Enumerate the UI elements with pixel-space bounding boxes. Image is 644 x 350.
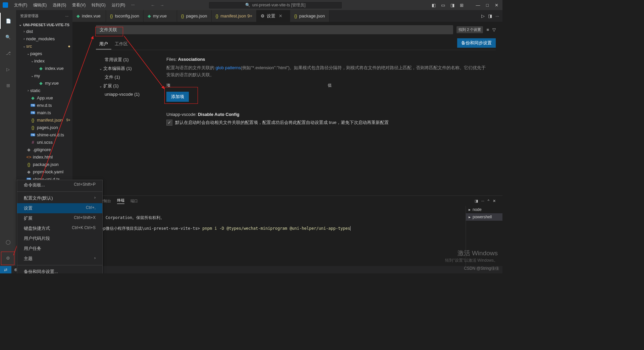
settings-search-input[interactable] <box>96 25 453 34</box>
context-menu-item[interactable]: 配置文件(默认)› <box>17 193 102 203</box>
tree-item[interactable]: ›static <box>16 87 72 94</box>
context-menu-item[interactable]: 用户任务 <box>17 244 102 254</box>
tree-item[interactable]: ◆.gitignore <box>16 146 72 153</box>
scope-tab-user[interactable]: 用户 <box>96 39 111 49</box>
gear-icon[interactable]: ⚙ <box>0 250 16 266</box>
menu-item[interactable]: ··· <box>128 1 137 9</box>
settings-toc-item[interactable]: uniapp-vscode (1) <box>96 90 160 98</box>
tree-item[interactable]: {}manifest.json9+ <box>16 116 72 124</box>
panel-tab-ports[interactable]: 端口 <box>130 199 138 204</box>
terminal-session-node[interactable]: ▸node <box>466 206 502 213</box>
menu-item[interactable]: 运行(R) <box>109 1 128 9</box>
context-menu-item[interactable]: 主题› <box>17 254 102 264</box>
nav-forward-icon[interactable]: → <box>160 3 164 8</box>
settings-toc-item[interactable]: 常用设置 (1) <box>96 55 160 64</box>
window-maximize-icon[interactable]: □ <box>484 3 490 8</box>
editor-tab[interactable]: {}tsconfig.json <box>106 10 144 22</box>
scope-tab-workspace[interactable]: 工作区 <box>111 39 131 49</box>
settings-editor: 找到 2 个设置 ≡ ▽ 用户 工作区 备份和同步设置 常用设置 (1)⌄文本编… <box>72 22 502 195</box>
tree-item[interactable]: {}package.json <box>16 161 72 168</box>
editor-tabs: ◆index.vue{}tsconfig.json◆my.vue{}pages.… <box>72 10 502 22</box>
filter-icon[interactable]: ▽ <box>492 27 496 32</box>
vscode-logo-icon <box>3 2 8 8</box>
tree-item[interactable]: ›dist <box>16 28 72 35</box>
editor-tab[interactable]: ◆index.vue <box>72 10 106 22</box>
menu-item[interactable]: 转到(G) <box>89 1 108 9</box>
editor-tab[interactable]: {}manifest.json 9+ <box>212 10 257 22</box>
settings-detail: Files: Associations 配置与语言的文件关联的 glob pat… <box>160 53 496 195</box>
editor-tab[interactable]: ⚙设置✕ <box>257 10 290 22</box>
settings-toc-item[interactable]: 文件 (1) <box>96 73 160 82</box>
close-icon[interactable]: ✕ <box>279 13 282 18</box>
tree-item[interactable]: ◆App.vue <box>16 94 72 101</box>
settings-toc-item[interactable]: ⌄文本编辑器 (1) <box>96 64 160 73</box>
layout-grid-icon[interactable]: ⊞ <box>459 3 465 8</box>
tree-item[interactable]: <>index.html <box>16 153 72 161</box>
extensions-icon[interactable]: ⊞ <box>0 77 16 93</box>
split-icon[interactable]: ◨ <box>488 13 492 18</box>
tree-item[interactable]: {}pages.json <box>16 124 72 131</box>
panel-tab-terminal[interactable]: 终端 <box>117 198 124 204</box>
list-icon[interactable]: ≡ <box>486 27 489 32</box>
context-menu-item[interactable]: 键盘快捷方式Ctrl+K Ctrl+S <box>17 223 102 233</box>
layout-side-icon[interactable]: ◧ <box>431 3 437 8</box>
add-item-button[interactable]: 添加项 <box>166 92 189 102</box>
search-text: uni-preset-vue-vite-ts [管理员] <box>252 2 306 8</box>
panel-tabs: 输出 调试控制台 终端 端口 ◨ ··· ^ ✕ <box>72 196 502 206</box>
menu-item[interactable]: 选择(S) <box>50 1 69 9</box>
source-control-icon[interactable]: ⎇ <box>0 45 16 61</box>
context-menu-item[interactable]: 备份和同步设置... <box>17 267 102 273</box>
tree-item[interactable]: ⌄pages <box>16 50 72 57</box>
split-terminal-icon[interactable]: ◨ <box>475 199 478 203</box>
menu-item[interactable]: 查看(V) <box>69 1 88 9</box>
context-menu-item[interactable]: 扩展Ctrl+Shift+X <box>17 213 102 223</box>
tree-item[interactable]: ◆pnpm-lock.yaml <box>16 168 72 175</box>
tree-item[interactable]: ◆index.vue <box>16 64 72 72</box>
nav-back-icon[interactable]: ← <box>151 3 155 8</box>
tree-item[interactable]: TSenv.d.ts <box>16 101 72 109</box>
tree-item[interactable]: ⌄index <box>16 57 72 64</box>
terminal-session-powershell[interactable]: ▸powershell <box>466 213 502 221</box>
context-menu-item[interactable]: 命令面板...Ctrl+Shift+P <box>17 180 102 190</box>
tree-item[interactable]: ›node_modules <box>16 35 72 42</box>
settings-toc: 常用设置 (1)⌄文本编辑器 (1)文件 (1)⌄扩展 (1)uniapp-vs… <box>96 53 160 195</box>
run-icon[interactable]: ▷ <box>481 13 485 18</box>
layout-side-right-icon[interactable]: ◨ <box>449 3 455 8</box>
editor-tab[interactable]: {}pages.json <box>177 10 212 22</box>
command-center-search[interactable]: 🔍 uni-preset-vue-vite-ts [管理员] <box>208 1 342 9</box>
chevron-up-icon[interactable]: ^ <box>488 199 489 203</box>
tree-item[interactable]: ⌄src● <box>16 42 72 50</box>
context-menu-item[interactable]: 用户代码片段 <box>17 233 102 244</box>
editor-tab[interactable]: ◆my.vue <box>144 10 177 22</box>
windows-watermark: 激活 Windows 转到"设置"以激活 Windows。 <box>445 249 498 263</box>
checkbox[interactable]: ✓ <box>166 120 172 126</box>
tree-item[interactable]: TSmain.ts <box>16 109 72 116</box>
editor-tab[interactable]: {}package.json <box>290 10 329 22</box>
more-icon[interactable]: ··· <box>481 199 484 203</box>
tree-item[interactable]: TSshime-uni.d.ts <box>16 131 72 138</box>
remote-icon[interactable]: ⇄ <box>0 266 11 273</box>
tree-item[interactable]: #uni.scss <box>16 138 72 146</box>
setting-desc-text: 默认在启动时会自动相关文件关联的配置项，配置成功后会将此配置自动设置成 true… <box>175 120 389 126</box>
menu-item[interactable]: 编辑(E) <box>31 1 49 9</box>
glob-patterns-link[interactable]: glob patterns <box>216 65 241 70</box>
close-panel-icon[interactable]: ✕ <box>493 199 496 203</box>
window-close-icon[interactable]: ✕ <box>494 3 500 8</box>
setting-files-associations: Files: Associations 配置与语言的文件关联的 glob pat… <box>166 57 489 102</box>
search-icon[interactable]: 🔍 <box>0 29 16 45</box>
account-icon[interactable]: ◯ <box>0 234 16 250</box>
tree-item[interactable]: ⌄my <box>16 72 72 79</box>
menu-item[interactable]: 文件(F) <box>11 1 30 9</box>
tree-item[interactable]: ◆my.vue <box>16 79 72 87</box>
backup-sync-button[interactable]: 备份和同步设置 <box>457 38 496 48</box>
sidebar-more-icon[interactable]: ··· <box>65 14 68 18</box>
layout-panel-icon[interactable]: ▭ <box>440 3 446 8</box>
project-title[interactable]: ⌄ UNI-PRESET-VUE-VITE-TS <box>16 22 72 28</box>
settings-toc-item[interactable]: ⌄扩展 (1) <box>96 82 160 90</box>
more-icon[interactable]: ··· <box>495 13 499 18</box>
context-menu-item[interactable]: 设置Ctrl+, <box>17 203 102 213</box>
window-minimize-icon[interactable]: — <box>475 3 481 8</box>
explorer-icon[interactable]: 📄 <box>0 13 16 29</box>
terminal-output[interactable]: werShell ) Microsoft Corporation。保留所有权利。… <box>72 206 466 266</box>
run-debug-icon[interactable]: ▷ <box>0 61 16 77</box>
